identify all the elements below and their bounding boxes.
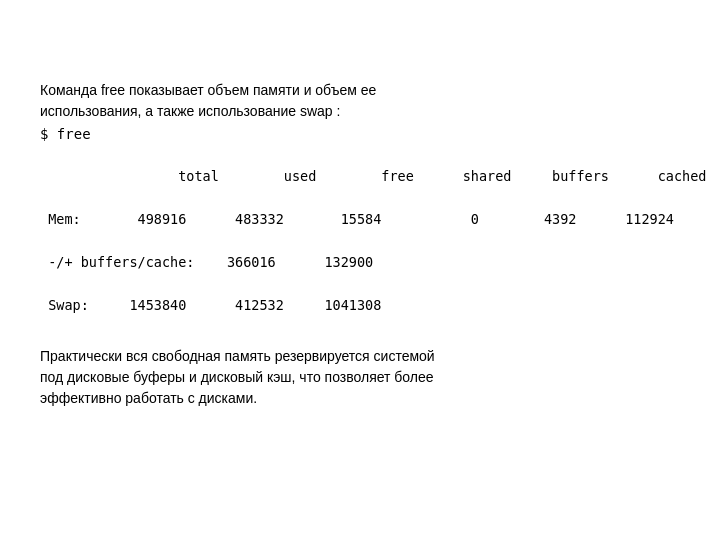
swap-row: Swap: 1453840 412532 1041308 [40,297,381,313]
closing-line1: Практически вся свободная память резерви… [40,348,435,364]
command-prompt: $ free [40,126,680,142]
main-content: Команда free показывает объем памяти и о… [0,0,720,449]
table-header: total used free shared buffers cached [73,168,707,184]
closing-line3: эффективно работать с дисками. [40,390,257,406]
command-output: total used free shared buffers cached Me… [40,144,680,338]
intro-line2: использования, а также использование swa… [40,103,340,119]
intro-paragraph: Команда free показывает объем памяти и о… [40,80,680,122]
closing-paragraph: Практически вся свободная память резерви… [40,346,680,409]
closing-line2: под дисковые буферы и дисковый кэш, что … [40,369,434,385]
mem-row: Mem: 498916 483332 15584 0 4392 112924 [40,211,674,227]
buffers-row: -/+ buffers/cache: 366016 132900 [40,254,373,270]
intro-line1: Команда free показывает объем памяти и о… [40,82,376,98]
